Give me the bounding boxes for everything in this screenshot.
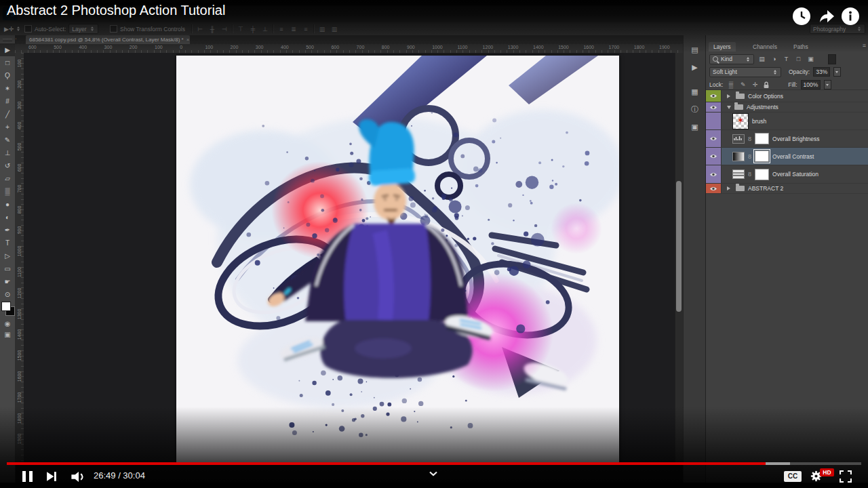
distribute-vertical-centers-icon[interactable]: ≣ (289, 26, 298, 33)
crop-tool-icon[interactable]: # (0, 95, 15, 108)
blur-tool-icon[interactable]: ● (0, 198, 15, 211)
pen-tool-icon[interactable]: ✒ (0, 224, 15, 237)
marquee-tool-icon[interactable]: □ (0, 56, 15, 69)
tool-preset-caret-icon[interactable] (16, 25, 21, 33)
watch-later-icon[interactable] (792, 7, 811, 26)
history-brush-tool-icon[interactable]: ↺ (0, 159, 15, 172)
layer-row[interactable]: ABSTRACT 2 (706, 184, 868, 194)
path-selection-tool-icon[interactable]: ▷ (0, 249, 15, 262)
layer-row[interactable]: Color Options (706, 90, 868, 102)
layer-row[interactable]: Adjustments (706, 102, 868, 113)
eraser-tool-icon[interactable]: ▱ (0, 172, 15, 185)
layer-row[interactable]: ✶ brush (706, 113, 868, 130)
screen-mode-button[interactable]: ▣ (0, 331, 15, 342)
filter-shape-layers-icon[interactable]: □ (794, 56, 803, 62)
quick-mask-button[interactable]: ◉ (0, 320, 15, 331)
mask-link-icon[interactable]: 8 (748, 136, 751, 142)
layer-visibility-toggle[interactable] (706, 148, 722, 165)
blend-mode-dropdown[interactable]: Soft Light (709, 67, 781, 77)
align-vertical-centers-icon[interactable]: ╪ (248, 26, 258, 33)
type-tool-icon[interactable]: T (0, 237, 15, 249)
layer-visibility-toggle[interactable] (706, 165, 722, 183)
eyedropper-tool-icon[interactable]: ╱ (0, 108, 15, 121)
toolbar-grip[interactable] (3, 39, 12, 41)
filter-adjustment-layers-icon[interactable]: ◑ (770, 56, 778, 62)
move-tool-icon[interactable]: ▶ (0, 43, 15, 56)
progress-bar[interactable] (7, 462, 861, 465)
next-button[interactable] (46, 471, 57, 482)
lock-transparent-pixels-icon[interactable]: ▒ (726, 81, 735, 88)
healing-brush-tool-icon[interactable]: + (0, 121, 15, 134)
actions-panel-icon[interactable]: ▶ (684, 58, 706, 76)
layer-visibility-toggle[interactable] (706, 113, 722, 129)
layer-visibility-toggle[interactable] (706, 90, 722, 102)
hand-tool-icon[interactable]: ☛ (0, 275, 15, 288)
video-player[interactable]: Ps ▶✛ Auto-Select: Layer Show Transform … (0, 0, 868, 488)
cc-button[interactable]: CC (784, 471, 802, 482)
auto-blend-layers-icon[interactable]: ▥ (330, 26, 339, 33)
disclosure-triangle-icon[interactable] (727, 186, 732, 190)
tab-close-icon[interactable]: × (186, 37, 190, 43)
fill-input[interactable]: 100% (801, 80, 821, 89)
chevron-down-icon[interactable] (429, 471, 438, 476)
panel-menu-icon[interactable]: ≡ (863, 42, 866, 49)
info-panel-icon[interactable]: ⓘ (684, 100, 706, 118)
auto-select-checkbox[interactable] (24, 25, 32, 33)
align-top-edges-icon[interactable]: ⊤ (236, 26, 245, 33)
layer-mask-thumbnail[interactable] (755, 133, 769, 144)
layer-row[interactable]: 8 Overall Saturation (706, 165, 868, 184)
vertical-scrollbar-thumb[interactable] (676, 181, 682, 312)
tab-paths[interactable]: Paths (789, 42, 813, 52)
distribute-top-edges-icon[interactable]: ≡ (277, 26, 286, 33)
lock-all-icon[interactable] (763, 81, 770, 89)
video-title[interactable]: Abstract 2 Photoshop Action Tutorial (7, 3, 225, 18)
lock-position-icon[interactable]: ✛ (751, 81, 760, 88)
align-bottom-edges-icon[interactable]: ⊥ (260, 26, 270, 33)
lasso-tool-icon[interactable]: Ϙ (0, 69, 15, 82)
filter-type-layers-icon[interactable]: T (782, 56, 791, 62)
filter-toggle[interactable] (828, 54, 836, 64)
disclosure-triangle-icon[interactable] (727, 106, 731, 111)
document-tab[interactable]: 68584381 copy.psd @ 54,8% (Overall Contr… (26, 35, 190, 44)
disclosure-triangle-icon[interactable] (727, 94, 732, 98)
layer-mask-thumbnail-selected[interactable] (755, 150, 769, 162)
opacity-slider-button[interactable] (833, 67, 841, 77)
align-left-edges-icon[interactable]: ⊢ (195, 26, 205, 33)
filter-smart-objects-icon[interactable]: ▣ (806, 56, 815, 62)
layer-mask-thumbnail[interactable] (755, 169, 769, 180)
info-icon[interactable] (841, 7, 860, 26)
layer-comps-panel-icon[interactable]: ▣ (684, 118, 706, 136)
layer-visibility-toggle[interactable] (706, 102, 722, 112)
volume-button[interactable] (71, 471, 87, 483)
gradient-tool-icon[interactable]: ▒ (0, 185, 15, 198)
brush-tool-icon[interactable]: ✎ (0, 134, 15, 146)
share-icon[interactable] (818, 9, 835, 24)
filter-kind-dropdown[interactable]: Kind (709, 54, 754, 64)
filter-pixel-layers-icon[interactable]: ▤ (757, 56, 766, 62)
foreground-color-swatch[interactable] (1, 302, 11, 311)
layer-visibility-toggle[interactable] (706, 184, 722, 193)
opacity-input[interactable]: 33% (813, 67, 830, 77)
tab-channels[interactable]: Channels (748, 42, 782, 52)
auto-select-dropdown[interactable]: Layer (68, 24, 98, 34)
auto-align-layers-icon[interactable]: ▥ (317, 26, 327, 33)
quick-selection-tool-icon[interactable]: ✶ (0, 82, 15, 95)
layer-row[interactable]: 8 Overall Brightness (706, 130, 868, 148)
show-transform-checkbox[interactable] (110, 25, 117, 33)
layer-thumbnail[interactable]: ✶ (732, 113, 749, 129)
mask-link-icon[interactable]: 8 (748, 153, 751, 160)
pause-button[interactable] (19, 470, 35, 483)
fill-slider-button[interactable] (824, 80, 831, 89)
dodge-tool-icon[interactable]: ◐ (0, 211, 15, 224)
mask-link-icon[interactable]: 8 (748, 171, 751, 178)
layer-visibility-toggle[interactable] (706, 130, 722, 147)
align-horizontal-centers-icon[interactable]: ╫ (208, 26, 217, 33)
distribute-bottom-edges-icon[interactable]: ≡ (301, 26, 311, 33)
shape-tool-icon[interactable]: ▭ (0, 262, 15, 275)
align-right-edges-icon[interactable]: ⊣ (220, 26, 229, 33)
fullscreen-button[interactable] (840, 470, 852, 483)
lock-image-pixels-icon[interactable]: ✎ (738, 81, 747, 88)
zoom-tool-icon[interactable]: ⊙ (0, 288, 15, 301)
brush-presets-panel-icon[interactable]: ▤ (684, 41, 706, 58)
clone-stamp-tool-icon[interactable]: ⊥ (0, 146, 15, 159)
